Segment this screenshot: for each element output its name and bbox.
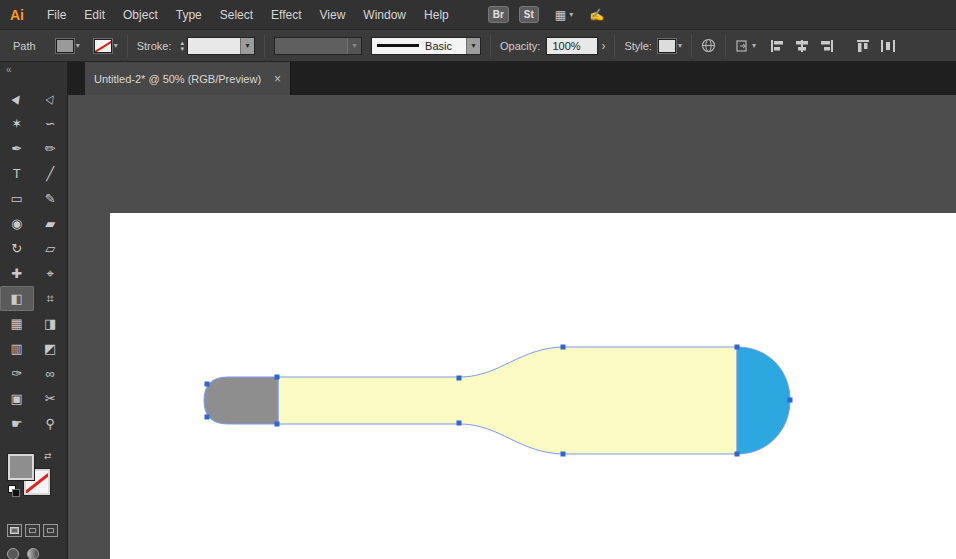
anchor-point[interactable] — [735, 452, 740, 457]
menu-object[interactable]: Object — [114, 8, 167, 22]
stepper-down-icon[interactable]: ▾ — [181, 46, 185, 52]
chevron-down-icon: ▾ — [569, 10, 573, 19]
menu-file[interactable]: File — [38, 8, 75, 22]
tool-free-transform[interactable]: ⌖ — [34, 261, 68, 286]
brush-stroke-preview-icon — [377, 44, 419, 47]
tool-perspective-grid[interactable]: ⌗ — [34, 286, 68, 311]
tool-width[interactable]: ◉ — [0, 211, 34, 236]
tool-eyedropper[interactable]: ✑ — [0, 361, 34, 386]
tool-rectangle[interactable]: ▭ — [0, 186, 34, 211]
handle-cap-shape[interactable] — [204, 377, 278, 424]
chevron-down-icon[interactable]: ▾ — [466, 38, 480, 54]
gradient-button[interactable] — [27, 548, 39, 559]
anchor-point[interactable] — [275, 375, 280, 380]
document-canvas[interactable] — [68, 95, 956, 559]
opacity-panel-chevron-icon[interactable]: › — [601, 39, 605, 53]
tool-artboard[interactable]: ▣ — [0, 386, 34, 411]
brush-name: Basic — [425, 40, 452, 52]
anchor-point[interactable] — [561, 452, 566, 457]
distribute-horizontal-icon[interactable] — [880, 39, 896, 53]
document-setup-button[interactable]: ▾ — [735, 39, 756, 53]
tool-eraser[interactable]: ▰ — [34, 211, 68, 236]
chevron-down-icon[interactable]: ▾ — [240, 38, 254, 54]
menu-window[interactable]: Window — [354, 8, 415, 22]
opacity-field[interactable]: 100% — [546, 37, 598, 55]
swap-fill-stroke-icon[interactable]: ⇄ — [44, 451, 52, 461]
tools-panel: « ▶ ▷ ✶ ∽ ✒ ✏ T ╱ ▭ ✎ ◉ ▰ ↻ ▱ ✚ ⌖ ◧ ⌗ ▦ … — [0, 62, 68, 559]
default-stroke-icon — [12, 489, 20, 497]
anchor-point[interactable] — [457, 376, 462, 381]
tool-gradient[interactable]: ◨ — [34, 311, 68, 336]
anchor-point[interactable] — [561, 345, 566, 350]
arrange-documents-button[interactable]: ▦ ▾ — [555, 8, 573, 22]
tool-shape-builder[interactable]: ◧ — [0, 286, 34, 311]
draw-normal-button[interactable] — [7, 524, 22, 537]
style-swatch-icon — [658, 39, 676, 53]
tool-hand[interactable]: ☛ — [0, 411, 34, 436]
stock-button[interactable]: St — [519, 6, 539, 23]
menu-effect[interactable]: Effect — [262, 8, 310, 22]
align-center-icon[interactable] — [794, 39, 810, 53]
draw-inside-button[interactable] — [43, 524, 58, 537]
document-info-globe-icon[interactable] — [701, 38, 716, 53]
align-top-icon[interactable] — [856, 39, 872, 53]
workspace-switcher-button[interactable]: ✍ — [589, 8, 604, 22]
separator — [691, 35, 692, 57]
fill-proxy-swatch[interactable] — [8, 454, 34, 480]
separator — [614, 35, 615, 57]
align-left-icon[interactable] — [770, 39, 786, 53]
width-profile-value — [275, 38, 347, 54]
tool-zoom[interactable]: ⚲ — [34, 411, 68, 436]
tool-live-paint-bucket[interactable]: ◩ — [34, 336, 68, 361]
document-title: Untitled-2* @ 50% (RGB/Preview) — [94, 73, 261, 85]
menu-select[interactable]: Select — [211, 8, 262, 22]
document-setup-icon — [735, 39, 749, 53]
tool-mesh[interactable]: ▦ — [0, 311, 34, 336]
tool-rotate[interactable]: ↻ — [0, 236, 34, 261]
brush-preview-field[interactable]: Basic — [372, 38, 466, 54]
stroke-weight-dropdown[interactable]: ▾ — [187, 37, 255, 55]
brush-definition-dropdown[interactable]: Basic ▾ — [371, 37, 481, 55]
opacity-value[interactable]: 100% — [547, 38, 597, 54]
stroke-weight-value[interactable] — [188, 38, 240, 54]
fill-color-dropdown[interactable]: ▾ — [56, 39, 80, 53]
stroke-none-swatch-icon — [94, 39, 112, 53]
stroke-weight-label: Stroke: — [137, 40, 172, 52]
opacity-label: Opacity: — [500, 40, 540, 52]
stroke-weight-stepper[interactable]: ▴ ▾ — [181, 40, 185, 52]
align-right-icon[interactable] — [818, 39, 834, 53]
document-tab[interactable]: Untitled-2* @ 50% (RGB/Preview) × — [85, 62, 291, 95]
menu-help[interactable]: Help — [415, 8, 458, 22]
tool-scale[interactable]: ▱ — [34, 236, 68, 261]
selection-type-label: Path — [13, 40, 36, 52]
draw-behind-button[interactable] — [25, 524, 40, 537]
tool-paintbrush[interactable]: ✎ — [34, 186, 68, 211]
anchor-point[interactable] — [275, 422, 280, 427]
anchor-point[interactable] — [735, 345, 740, 350]
menu-edit[interactable]: Edit — [75, 8, 114, 22]
default-fill-stroke-icon[interactable] — [8, 485, 20, 497]
tool-pen[interactable]: ✒ — [0, 136, 34, 161]
color-button[interactable] — [7, 548, 19, 559]
canvas-area[interactable] — [68, 95, 956, 559]
stroke-color-dropdown[interactable]: ▾ — [94, 39, 118, 53]
anchor-point[interactable] — [205, 415, 210, 420]
tool-pencil[interactable]: ✏ — [34, 136, 68, 161]
tool-symbol-sprayer[interactable]: ✚ — [0, 261, 34, 286]
bridge-button[interactable]: Br — [488, 6, 509, 23]
close-tab-icon[interactable]: × — [274, 72, 281, 86]
tool-slice[interactable]: ✂ — [34, 386, 68, 411]
tool-type[interactable]: T — [0, 161, 34, 186]
anchor-point[interactable] — [788, 398, 793, 403]
workspace-switcher-icon: ✍ — [589, 8, 604, 22]
tool-column-graph[interactable]: ▥ — [0, 336, 34, 361]
separator — [264, 35, 265, 57]
anchor-point[interactable] — [205, 382, 210, 387]
anchor-point[interactable] — [457, 421, 462, 426]
style-dropdown[interactable]: ▾ — [658, 39, 682, 53]
menu-view[interactable]: View — [311, 8, 355, 22]
tool-line-segment[interactable]: ╱ — [34, 161, 68, 186]
tool-blend[interactable]: ∞ — [34, 361, 68, 386]
collapse-panel-icon[interactable]: « — [0, 62, 67, 78]
menu-type[interactable]: Type — [167, 8, 211, 22]
